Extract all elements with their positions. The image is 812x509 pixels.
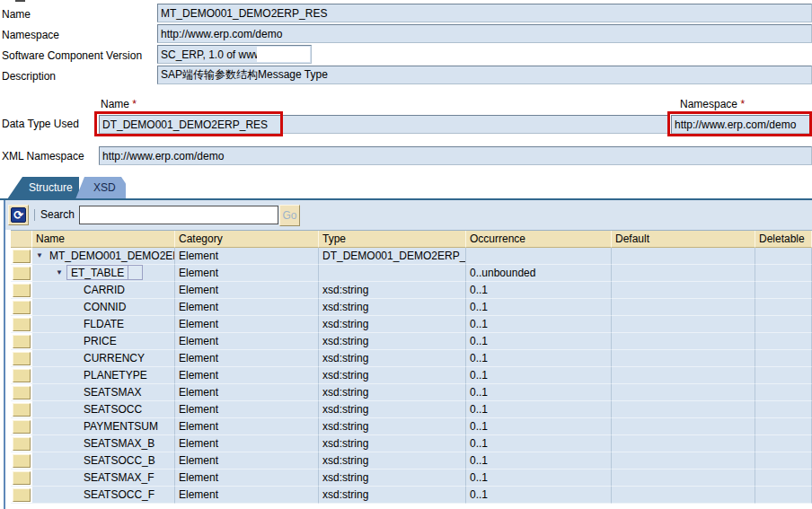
row-deletable-cell (755, 401, 812, 418)
row-deletable-cell (755, 470, 812, 487)
row-occurrence-cell: 0..1 (466, 384, 612, 401)
go-button[interactable]: Go (279, 205, 300, 226)
row-category-cell: Element (175, 299, 319, 316)
tab-xsd[interactable]: XSD (75, 177, 126, 199)
row-selector-cell (11, 401, 32, 418)
row-occurrence-cell: 0..1 (466, 435, 612, 452)
table-row[interactable]: SEATSOCC_F Element xsd:string 0..1 (11, 487, 812, 504)
row-name-cell[interactable]: CARRID (32, 282, 175, 299)
row-selector[interactable] (13, 420, 31, 434)
row-selector-cell (11, 299, 32, 316)
row-type-cell: xsd:string (319, 470, 466, 487)
row-deletable-cell (755, 452, 812, 470)
row-type-cell: xsd:string (319, 333, 466, 350)
table-row[interactable]: CURRENCY Element xsd:string 0..1 (11, 350, 812, 367)
row-selector[interactable] (13, 250, 31, 263)
row-name-text: SEATSMAX (84, 385, 141, 399)
row-selector[interactable] (13, 386, 31, 399)
data-type-namespace-field[interactable] (671, 115, 812, 134)
row-name-cell[interactable]: SEATSMAX (32, 384, 175, 401)
row-name-cell[interactable]: PLANETYPE (32, 367, 175, 384)
row-deletable-cell (755, 435, 812, 452)
row-selector-cell (11, 282, 32, 299)
row-type-cell: xsd:string (319, 316, 466, 333)
row-category-cell: Element (175, 367, 319, 384)
edit-box-tail (128, 266, 142, 279)
table-row[interactable]: SEATSMAX_F Element xsd:string 0..1 (11, 470, 812, 487)
row-selector[interactable] (13, 488, 31, 502)
row-selector[interactable] (13, 471, 31, 485)
row-name-cell[interactable]: PRICE (32, 333, 175, 350)
row-name-cell[interactable]: FLDATE (32, 316, 175, 333)
row-name-cell[interactable]: ▼ET_TABLE (32, 265, 175, 282)
row-selector-cell (11, 470, 32, 487)
row-name-cell[interactable]: SEATSOCC_B (32, 452, 175, 470)
header-name: Name (32, 231, 175, 248)
row-default-cell (612, 418, 755, 435)
refresh-button[interactable]: ⟳ (8, 205, 29, 225)
row-selector-cell (11, 384, 32, 401)
row-type-cell: xsd:string (319, 487, 466, 504)
row-name-cell[interactable]: SEATSMAX_F (32, 470, 175, 487)
data-type-name-field[interactable] (99, 115, 670, 134)
row-name-cell[interactable]: ▼MT_DEMO001_DEMO2ERP_RES (32, 248, 175, 265)
row-selector[interactable] (13, 284, 31, 297)
table-row[interactable]: FLDATE Element xsd:string 0..1 (11, 316, 812, 333)
table-row[interactable]: PLANETYPE Element xsd:string 0..1 (11, 367, 812, 384)
xml-namespace-label: XML Namespace (2, 150, 84, 162)
table-row[interactable]: CONNID Element xsd:string 0..1 (11, 299, 812, 316)
row-occurrence-cell: 0..1 (466, 401, 612, 418)
row-selector-cell (11, 248, 32, 265)
row-selector[interactable] (13, 301, 31, 314)
row-selector[interactable] (13, 437, 31, 451)
row-name-cell[interactable]: SEATSOCC (32, 401, 175, 418)
row-selector[interactable] (13, 454, 31, 468)
row-selector[interactable] (13, 352, 31, 365)
row-type-cell: DT_DEMO001_DEMO2ERP_RES (319, 248, 466, 265)
row-deletable-cell (755, 418, 812, 435)
row-deletable-cell (755, 333, 812, 350)
row-deletable-cell (755, 384, 812, 401)
row-selector-cell (11, 350, 32, 367)
row-name-text: PAYMENTSUM (84, 419, 158, 434)
row-selector-cell (11, 316, 32, 333)
description-field[interactable] (157, 66, 812, 84)
row-occurrence-cell: 0..1 (466, 350, 612, 367)
table-row[interactable]: SEATSMAX_B Element xsd:string 0..1 (11, 435, 812, 452)
row-selector-cell (11, 265, 32, 282)
row-name-text: SEATSOCC (84, 402, 142, 417)
row-selector[interactable] (13, 369, 31, 382)
header-category: Category (175, 231, 319, 248)
row-category-cell: Element (175, 487, 319, 504)
row-name-cell[interactable]: CURRENCY (32, 350, 175, 367)
name-field[interactable] (157, 4, 812, 22)
table-row[interactable]: ▼ET_TABLE Element 0..unbounded (11, 265, 812, 282)
xml-namespace-field[interactable] (99, 146, 812, 165)
table-row[interactable]: CARRID Element xsd:string 0..1 (11, 282, 812, 299)
row-default-cell (612, 384, 755, 401)
panel-left-border (4, 200, 5, 509)
namespace-field[interactable] (157, 24, 812, 43)
row-name-cell[interactable]: PAYMENTSUM (32, 418, 175, 435)
row-name-cell[interactable]: SEATSOCC_F (32, 487, 175, 504)
row-selector[interactable] (13, 403, 31, 417)
row-selector[interactable] (13, 318, 31, 331)
row-deletable-cell (755, 367, 812, 384)
search-input[interactable] (79, 206, 278, 224)
expander-icon[interactable]: ▼ (36, 248, 43, 264)
table-row[interactable]: PAYMENTSUM Element xsd:string 0..1 (11, 418, 812, 435)
table-row[interactable]: SEATSMAX Element xsd:string 0..1 (11, 384, 812, 401)
tab-structure[interactable]: Structure (7, 177, 79, 199)
expander-icon[interactable]: ▼ (56, 265, 63, 281)
row-selector[interactable] (13, 335, 31, 348)
table-row[interactable]: PRICE Element xsd:string 0..1 (11, 333, 812, 350)
row-selector-cell (11, 435, 32, 452)
row-name-cell[interactable]: SEATSMAX_B (32, 435, 175, 452)
table-row[interactable]: SEATSOCC_B Element xsd:string 0..1 (11, 452, 812, 470)
row-selector[interactable] (13, 267, 31, 280)
row-name-cell[interactable]: CONNID (32, 299, 175, 316)
row-name-text: ET_TABLE (67, 266, 128, 280)
row-category-cell: Element (175, 282, 319, 299)
table-row[interactable]: SEATSOCC Element xsd:string 0..1 (11, 401, 812, 418)
table-row[interactable]: ▼MT_DEMO001_DEMO2ERP_RES Element DT_DEMO… (11, 248, 812, 265)
